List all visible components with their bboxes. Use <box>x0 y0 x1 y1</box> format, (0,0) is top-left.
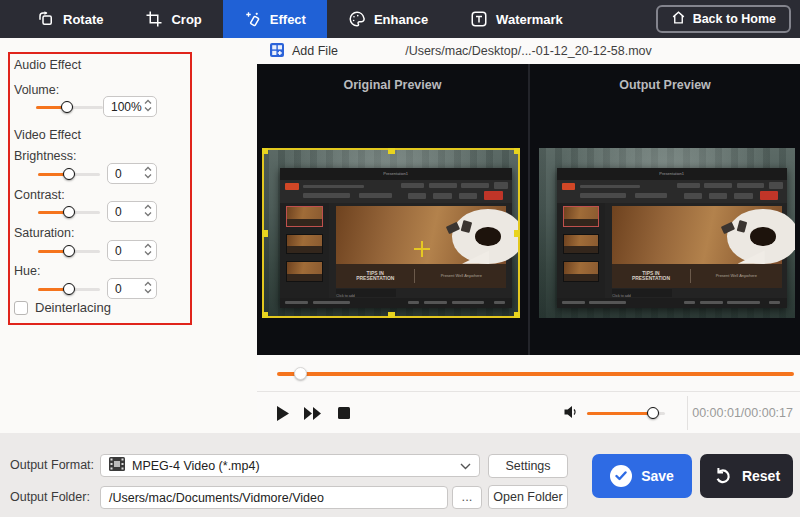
mpeg-file-icon <box>109 457 125 474</box>
fast-forward-button[interactable] <box>301 402 323 424</box>
slide-title: TIPS IN PRESENTATION <box>627 270 675 281</box>
file-path: /Users/mac/Desktop/...-01-12_20-12-58.mo… <box>257 44 800 58</box>
output-folder-label: Output Folder: <box>10 490 90 504</box>
check-icon <box>610 465 632 487</box>
seek-thumb[interactable] <box>294 367 307 380</box>
tab-label: Enhance <box>374 12 428 27</box>
ppt-slide-thumbnails <box>557 203 605 298</box>
contrast-value-stepper[interactable]: 0 <box>107 201 157 222</box>
output-folder-value: /Users/mac/Documents/Vidmore/Video <box>109 491 324 505</box>
hue-label: Hue: <box>14 264 40 278</box>
hue-value: 0 <box>115 282 144 296</box>
reset-label: Reset <box>742 468 780 484</box>
slide-title: TIPS IN PRESENTATION <box>351 270 400 281</box>
slider-thumb[interactable] <box>647 407 659 419</box>
output-preview-panel: Output Preview Presentation1 <box>530 64 800 355</box>
settings-button[interactable]: Settings <box>488 454 568 478</box>
hue-value-stepper[interactable]: 0 <box>107 278 157 299</box>
stepper-arrows-icon[interactable] <box>144 203 152 221</box>
recorded-presentation-window: Presentation1 <box>280 168 512 307</box>
output-format-label: Output Format: <box>10 458 94 472</box>
video-effect-heading: Video Effect <box>14 128 81 142</box>
slider-thumb[interactable] <box>63 283 75 295</box>
ppt-titlebar: Presentation1 <box>280 168 512 179</box>
slide-subtitle: Present Well Anywhere <box>440 274 481 279</box>
ppt-slide: TIPS IN PRESENTATION Present Well Anywhe… <box>336 206 507 288</box>
save-button[interactable]: Save <box>592 454 692 498</box>
output-section: Output Format: MPEG-4 Video (*.mp4) Sett… <box>0 433 800 517</box>
slide-text-bar: TIPS IN PRESENTATION Present Well Anywhe… <box>336 264 507 289</box>
add-file-button[interactable]: Add File <box>269 42 338 61</box>
open-folder-label: Open Folder <box>493 490 562 504</box>
volume-value: 100% <box>111 100 144 114</box>
recorded-presentation-window: Presentation1 <box>557 168 787 307</box>
app-window: Rotate Crop Effect <box>0 0 800 517</box>
slider-thumb[interactable] <box>63 245 75 257</box>
saturation-label: Saturation: <box>14 226 74 240</box>
output-format-value: MPEG-4 Video (*.mp4) <box>132 459 453 473</box>
slider-fill <box>587 412 653 415</box>
slider-thumb[interactable] <box>63 168 75 180</box>
tab-watermark[interactable]: Watermark <box>449 0 584 38</box>
deinterlacing-checkbox[interactable] <box>14 301 28 315</box>
volume-label: Volume: <box>14 83 59 97</box>
output-video-frame: Presentation1 <box>539 148 795 318</box>
saturation-value: 0 <box>115 244 144 258</box>
back-to-home-label: Back to Home <box>693 12 776 26</box>
playback-volume-slider[interactable] <box>587 406 665 420</box>
tab-enhance[interactable]: Enhance <box>327 0 449 38</box>
output-folder-field[interactable]: /Users/mac/Documents/Vidmore/Video <box>100 486 448 509</box>
deinterlacing-label: Deinterlacing <box>35 300 111 315</box>
ellipsis-label: ... <box>462 489 473 504</box>
ppt-ribbon <box>557 180 787 204</box>
text-box-icon <box>470 10 488 28</box>
top-toolbar: Rotate Crop Effect <box>0 0 800 38</box>
brightness-slider[interactable] <box>38 167 100 181</box>
reset-undo-icon <box>713 465 733 488</box>
tab-label: Effect <box>270 12 306 27</box>
volume-value-stepper[interactable]: 100% <box>103 96 157 117</box>
volume-control-group <box>563 393 665 433</box>
home-icon <box>671 10 686 28</box>
ppt-status-bar <box>280 298 512 308</box>
saturation-slider[interactable] <box>38 244 100 258</box>
hue-slider[interactable] <box>38 282 100 296</box>
speaker-icon[interactable] <box>563 404 579 423</box>
play-button[interactable] <box>271 402 293 424</box>
tab-crop[interactable]: Crop <box>124 0 222 38</box>
brightness-value: 0 <box>115 167 144 181</box>
seek-bar[interactable] <box>277 372 794 376</box>
tab-label: Watermark <box>496 12 563 27</box>
contrast-value: 0 <box>115 205 144 219</box>
tab-effect[interactable]: Effect <box>223 0 327 38</box>
slider-thumb[interactable] <box>61 101 73 113</box>
stepper-arrows-icon[interactable] <box>144 98 152 116</box>
contrast-slider[interactable] <box>38 205 100 219</box>
original-video-frame: Presentation1 <box>262 148 520 318</box>
palette-icon <box>348 10 366 28</box>
tab-rotate[interactable]: Rotate <box>16 0 124 38</box>
back-to-home-button[interactable]: Back to Home <box>656 5 791 33</box>
brightness-value-stepper[interactable]: 0 <box>107 163 157 184</box>
add-file-icon <box>269 42 285 61</box>
ppt-notes-bar: Click to add notes <box>336 289 396 297</box>
slider-thumb[interactable] <box>63 206 75 218</box>
playback-controls: 00:00:01/00:00:17 <box>257 393 800 433</box>
stepper-arrows-icon[interactable] <box>144 280 152 298</box>
audio-effect-heading: Audio Effect <box>14 58 81 72</box>
browse-folder-button[interactable]: ... <box>452 486 482 509</box>
stepper-arrows-icon[interactable] <box>144 242 152 260</box>
volume-slider[interactable] <box>36 100 103 114</box>
open-folder-button[interactable]: Open Folder <box>488 485 568 509</box>
add-file-label: Add File <box>292 44 338 58</box>
original-preview-panel: Original Preview Presentation1 <box>257 64 528 355</box>
stop-button[interactable] <box>333 402 355 424</box>
stepper-arrows-icon[interactable] <box>144 165 152 183</box>
output-format-select[interactable]: MPEG-4 Video (*.mp4) <box>100 454 480 477</box>
reset-button[interactable]: Reset <box>700 454 793 498</box>
chevron-down-icon <box>460 458 471 473</box>
contrast-label: Contrast: <box>14 188 65 202</box>
deinterlacing-checkbox-row[interactable]: Deinterlacing <box>14 300 111 315</box>
ppt-slide: TIPS IN PRESENTATION Present Well Anywhe… <box>612 206 781 288</box>
saturation-value-stepper[interactable]: 0 <box>107 240 157 261</box>
